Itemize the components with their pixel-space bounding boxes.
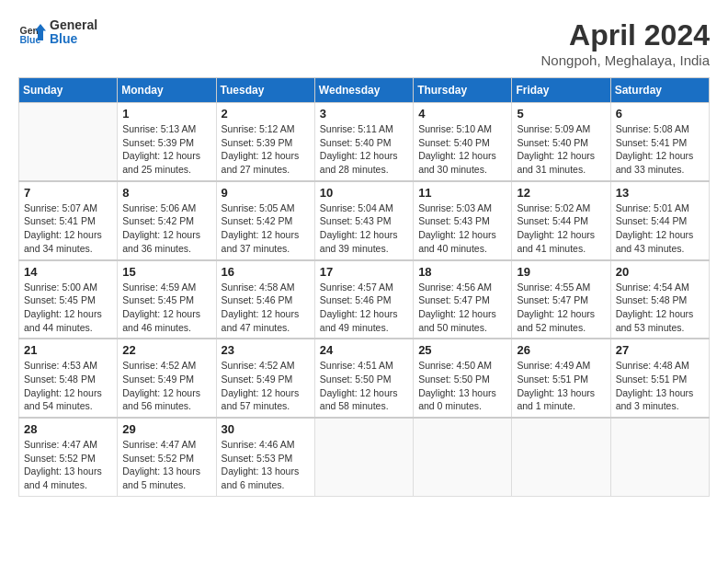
day-info: Sunrise: 4:49 AM Sunset: 5:51 PM Dayligh… (517, 359, 605, 413)
day-number: 17 (320, 265, 408, 279)
day-info: Sunrise: 5:07 AM Sunset: 5:41 PM Dayligh… (24, 201, 112, 256)
day-number: 26 (517, 343, 605, 357)
calendar-cell: 9Sunrise: 5:05 AM Sunset: 5:42 PM Daylig… (216, 181, 314, 260)
day-info: Sunrise: 4:59 AM Sunset: 5:45 PM Dayligh… (122, 281, 210, 335)
calendar-cell: 24Sunrise: 4:51 AM Sunset: 5:50 PM Dayli… (314, 339, 413, 418)
calendar-week-row: 14Sunrise: 5:00 AM Sunset: 5:45 PM Dayli… (19, 260, 710, 339)
day-info: Sunrise: 4:47 AM Sunset: 5:52 PM Dayligh… (122, 438, 210, 492)
calendar-cell: 4Sunrise: 5:10 AM Sunset: 5:40 PM Daylig… (414, 103, 512, 181)
calendar-cell: 25Sunrise: 4:50 AM Sunset: 5:50 PM Dayli… (414, 339, 512, 418)
calendar-cell: 5Sunrise: 5:09 AM Sunset: 5:40 PM Daylig… (512, 103, 610, 181)
calendar-week-row: 21Sunrise: 4:53 AM Sunset: 5:48 PM Dayli… (19, 339, 710, 418)
calendar-cell: 14Sunrise: 5:00 AM Sunset: 5:45 PM Dayli… (19, 260, 118, 339)
day-info: Sunrise: 4:48 AM Sunset: 5:51 PM Dayligh… (616, 359, 704, 413)
logo-general: General (50, 18, 97, 32)
title-area: April 2024 Nongpoh, Meghalaya, India (541, 18, 710, 68)
calendar-cell: 30Sunrise: 4:46 AM Sunset: 5:53 PM Dayli… (216, 418, 314, 496)
calendar-cell: 3Sunrise: 5:11 AM Sunset: 5:40 PM Daylig… (314, 103, 413, 181)
calendar-cell: 23Sunrise: 4:52 AM Sunset: 5:49 PM Dayli… (216, 339, 314, 418)
day-number: 3 (320, 107, 408, 121)
day-number: 10 (320, 186, 408, 200)
day-info: Sunrise: 4:57 AM Sunset: 5:46 PM Dayligh… (320, 281, 408, 335)
day-number: 2 (222, 107, 310, 121)
calendar-header-thursday: Thursday (414, 78, 512, 103)
day-number: 6 (616, 107, 704, 121)
day-info: Sunrise: 4:52 AM Sunset: 5:49 PM Dayligh… (122, 359, 210, 413)
calendar-cell (414, 418, 512, 496)
calendar-header-row: SundayMondayTuesdayWednesdayThursdayFrid… (19, 78, 710, 103)
header: Gen Blue General Blue April 2024 Nongpoh… (18, 18, 710, 68)
day-number: 27 (616, 343, 704, 357)
calendar-header-monday: Monday (118, 78, 216, 103)
day-number: 19 (517, 265, 605, 279)
calendar-cell: 21Sunrise: 4:53 AM Sunset: 5:48 PM Dayli… (19, 339, 118, 418)
calendar-cell: 8Sunrise: 5:06 AM Sunset: 5:42 PM Daylig… (118, 181, 216, 260)
calendar-cell: 17Sunrise: 4:57 AM Sunset: 5:46 PM Dayli… (314, 260, 413, 339)
calendar-cell: 27Sunrise: 4:48 AM Sunset: 5:51 PM Dayli… (610, 339, 709, 418)
day-number: 29 (122, 422, 210, 436)
day-number: 9 (222, 186, 310, 200)
calendar-cell (19, 103, 118, 181)
day-info: Sunrise: 5:13 AM Sunset: 5:39 PM Dayligh… (122, 122, 210, 177)
day-number: 21 (24, 343, 112, 357)
calendar-cell: 19Sunrise: 4:55 AM Sunset: 5:47 PM Dayli… (512, 260, 610, 339)
day-info: Sunrise: 4:56 AM Sunset: 5:47 PM Dayligh… (418, 281, 506, 335)
calendar-week-row: 7Sunrise: 5:07 AM Sunset: 5:41 PM Daylig… (19, 181, 710, 260)
calendar-cell: 1Sunrise: 5:13 AM Sunset: 5:39 PM Daylig… (118, 103, 216, 181)
calendar-cell (512, 418, 610, 496)
calendar-cell: 15Sunrise: 4:59 AM Sunset: 5:45 PM Dayli… (118, 260, 216, 339)
calendar-cell: 10Sunrise: 5:04 AM Sunset: 5:43 PM Dayli… (314, 181, 413, 260)
calendar-cell: 2Sunrise: 5:12 AM Sunset: 5:39 PM Daylig… (216, 103, 314, 181)
day-number: 13 (616, 186, 704, 200)
calendar-header-wednesday: Wednesday (314, 78, 413, 103)
day-info: Sunrise: 5:12 AM Sunset: 5:39 PM Dayligh… (222, 122, 310, 177)
day-info: Sunrise: 5:04 AM Sunset: 5:43 PM Dayligh… (320, 201, 408, 256)
day-number: 4 (418, 107, 506, 121)
month-title: April 2024 (541, 18, 710, 52)
calendar-table: SundayMondayTuesdayWednesdayThursdayFrid… (18, 77, 710, 497)
calendar-cell: 20Sunrise: 4:54 AM Sunset: 5:48 PM Dayli… (610, 260, 709, 339)
day-info: Sunrise: 5:00 AM Sunset: 5:45 PM Dayligh… (24, 281, 112, 335)
day-info: Sunrise: 4:46 AM Sunset: 5:53 PM Dayligh… (222, 438, 310, 492)
location: Nongpoh, Meghalaya, India (541, 52, 710, 68)
calendar-header-friday: Friday (512, 78, 610, 103)
calendar-cell: 29Sunrise: 4:47 AM Sunset: 5:52 PM Dayli… (118, 418, 216, 496)
day-info: Sunrise: 5:03 AM Sunset: 5:43 PM Dayligh… (418, 201, 506, 256)
day-info: Sunrise: 4:53 AM Sunset: 5:48 PM Dayligh… (24, 359, 112, 413)
calendar-week-row: 28Sunrise: 4:47 AM Sunset: 5:52 PM Dayli… (19, 418, 710, 496)
day-info: Sunrise: 5:09 AM Sunset: 5:40 PM Dayligh… (517, 122, 605, 177)
day-number: 12 (517, 186, 605, 200)
calendar-cell: 13Sunrise: 5:01 AM Sunset: 5:44 PM Dayli… (610, 181, 709, 260)
day-info: Sunrise: 4:52 AM Sunset: 5:49 PM Dayligh… (222, 359, 310, 413)
calendar-header-saturday: Saturday (610, 78, 709, 103)
day-number: 14 (24, 265, 112, 279)
calendar-header-sunday: Sunday (19, 78, 118, 103)
day-info: Sunrise: 4:58 AM Sunset: 5:46 PM Dayligh… (222, 281, 310, 335)
day-number: 16 (222, 265, 310, 279)
day-info: Sunrise: 5:01 AM Sunset: 5:44 PM Dayligh… (616, 201, 704, 256)
logo-blue: Blue (50, 32, 97, 46)
day-info: Sunrise: 5:08 AM Sunset: 5:41 PM Dayligh… (616, 122, 704, 177)
calendar-cell: 28Sunrise: 4:47 AM Sunset: 5:52 PM Dayli… (19, 418, 118, 496)
day-number: 24 (320, 343, 408, 357)
day-info: Sunrise: 4:51 AM Sunset: 5:50 PM Dayligh… (320, 359, 408, 413)
day-info: Sunrise: 4:47 AM Sunset: 5:52 PM Dayligh… (24, 438, 112, 492)
day-number: 5 (517, 107, 605, 121)
day-info: Sunrise: 5:11 AM Sunset: 5:40 PM Dayligh… (320, 122, 408, 177)
day-info: Sunrise: 4:50 AM Sunset: 5:50 PM Dayligh… (418, 359, 506, 413)
day-number: 30 (222, 422, 310, 436)
calendar-cell: 7Sunrise: 5:07 AM Sunset: 5:41 PM Daylig… (19, 181, 118, 260)
logo-icon: Gen Blue (18, 18, 46, 46)
day-number: 15 (122, 265, 210, 279)
day-number: 20 (616, 265, 704, 279)
logo: Gen Blue General Blue (18, 18, 97, 47)
calendar-cell: 18Sunrise: 4:56 AM Sunset: 5:47 PM Dayli… (414, 260, 512, 339)
day-number: 8 (122, 186, 210, 200)
day-number: 11 (418, 186, 506, 200)
day-number: 25 (418, 343, 506, 357)
calendar-header-tuesday: Tuesday (216, 78, 314, 103)
calendar-cell: 16Sunrise: 4:58 AM Sunset: 5:46 PM Dayli… (216, 260, 314, 339)
calendar-cell (610, 418, 709, 496)
day-number: 28 (24, 422, 112, 436)
day-number: 1 (122, 107, 210, 121)
